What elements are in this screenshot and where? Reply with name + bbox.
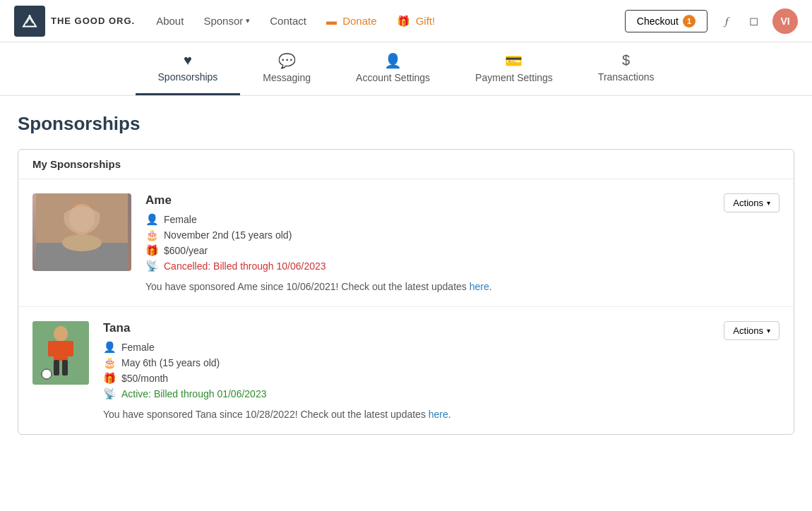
transactions-tab-icon: $	[622, 52, 630, 68]
ame-note: You have sponsored Ame since 10/06/2021!…	[145, 281, 712, 292]
card-header: My Sponsorships	[18, 150, 794, 179]
checkout-button[interactable]: Checkout 1	[625, 10, 707, 32]
nav-about[interactable]: About	[156, 15, 184, 27]
ame-actions-button[interactable]: Actions ▾	[724, 193, 780, 212]
ame-photo	[32, 193, 131, 271]
tana-status-row: 📡 Active: Billed through 01/06/2023	[103, 387, 712, 400]
svg-point-5	[62, 234, 102, 251]
tana-photo	[32, 321, 89, 385]
ame-note-link[interactable]: here	[470, 281, 489, 292]
tana-actions-caret-icon: ▾	[767, 327, 770, 335]
gift-icon: 🎁	[397, 15, 410, 27]
tana-actions-button[interactable]: Actions ▾	[724, 321, 780, 340]
tab-sponsorships[interactable]: ♥ Sponsorships	[136, 42, 241, 95]
svg-rect-8	[54, 341, 68, 361]
tana-actions: Actions ▾	[712, 321, 780, 340]
tana-birthday-row: 🎂 May 6th (15 years old)	[103, 356, 712, 369]
ame-name: Ame	[145, 193, 712, 208]
account-settings-tab-icon: 👤	[384, 52, 402, 69]
ame-amount-row: 🎁 $600/year	[145, 244, 712, 257]
nav-donate[interactable]: ▬ Donate	[326, 15, 377, 27]
ame-status: Cancelled: Billed through 10/06/2023	[164, 260, 326, 272]
ame-status-row: 📡 Cancelled: Billed through 10/06/2023	[145, 260, 712, 272]
tana-note-link[interactable]: here	[429, 409, 448, 420]
sponsor-caret-icon: ▾	[246, 16, 250, 25]
page-title: Sponsorships	[18, 113, 794, 135]
navbar: THE GOOD ORG. About Sponsor ▾ Contact ▬ …	[0, 0, 812, 42]
ame-actions: Actions ▾	[712, 193, 780, 212]
nav-gift[interactable]: 🎁 Gift!	[397, 15, 436, 28]
tana-content: Tana 👤 Female 🎂 May 6th (15 years old) 🎁…	[103, 321, 712, 420]
facebook-icon[interactable]: 𝑓	[719, 13, 734, 29]
nav-links: About Sponsor ▾ Contact ▬ Donate 🎁 Gift!	[156, 15, 625, 28]
tabs-bar: ♥ Sponsorships 💬 Messaging 👤 Account Set…	[0, 42, 812, 96]
svg-point-7	[54, 326, 68, 342]
ame-content: Ame 👤 Female 🎂 November 2nd (15 years ol…	[145, 193, 712, 292]
payment-settings-tab-icon: 💳	[505, 52, 523, 69]
ame-details: 👤 Female 🎂 November 2nd (15 years old) 🎁…	[145, 213, 712, 272]
svg-rect-9	[48, 341, 55, 356]
tana-amount-row: 🎁 $50/month	[103, 372, 712, 385]
nav-sponsor[interactable]: Sponsor ▾	[203, 15, 250, 27]
amount-icon: 🎁	[145, 244, 158, 257]
svg-rect-12	[62, 360, 68, 375]
ame-actions-caret-icon: ▾	[767, 199, 770, 207]
status-icon: 📡	[145, 260, 158, 272]
brand[interactable]: THE GOOD ORG.	[14, 6, 135, 37]
ame-birthday-row: 🎂 November 2nd (15 years old)	[145, 229, 712, 241]
checkout-badge: 1	[683, 15, 695, 28]
tab-messaging[interactable]: 💬 Messaging	[240, 42, 333, 95]
tana-gender-icon: 👤	[103, 341, 116, 354]
nav-contact[interactable]: Contact	[270, 15, 306, 27]
tab-payment-settings[interactable]: 💳 Payment Settings	[453, 42, 575, 95]
svg-point-13	[42, 369, 52, 379]
svg-point-0	[29, 15, 31, 17]
brand-logo-icon	[14, 6, 45, 37]
tab-account-settings[interactable]: 👤 Account Settings	[333, 42, 453, 95]
instagram-icon[interactable]: ◻	[746, 13, 761, 29]
tab-transactions[interactable]: $ Transactions	[575, 42, 677, 95]
sponsorship-item-tana: Tana 👤 Female 🎂 May 6th (15 years old) 🎁…	[18, 307, 794, 434]
tana-status-icon: 📡	[103, 387, 116, 400]
birthday-icon: 🎂	[145, 229, 158, 241]
brand-name: THE GOOD ORG.	[51, 16, 135, 26]
tana-status: Active: Billed through 01/06/2023	[121, 388, 266, 399]
ame-gender-row: 👤 Female	[145, 213, 712, 226]
sponsorships-card: My Sponsorships A	[18, 149, 794, 435]
user-avatar-button[interactable]: VI	[772, 8, 798, 34]
tana-note: You have sponsored Tana since 10/28/2022…	[103, 409, 712, 420]
tana-details: 👤 Female 🎂 May 6th (15 years old) 🎁 $50/…	[103, 341, 712, 400]
main-content: Sponsorships My Sponsorships	[4, 96, 808, 463]
tana-birthday-icon: 🎂	[103, 356, 116, 369]
tana-gender-row: 👤 Female	[103, 341, 712, 354]
messaging-tab-icon: 💬	[278, 52, 296, 69]
svg-rect-10	[66, 341, 73, 356]
tana-amount-icon: 🎁	[103, 372, 116, 385]
sponsorships-tab-icon: ♥	[184, 52, 192, 68]
svg-rect-11	[54, 360, 59, 375]
tana-name: Tana	[103, 321, 712, 335]
nav-right: Checkout 1 𝑓 ◻ VI	[625, 8, 798, 34]
sponsorship-item-ame: Ame 👤 Female 🎂 November 2nd (15 years ol…	[18, 179, 794, 307]
gender-icon: 👤	[145, 213, 158, 226]
donate-icon: ▬	[326, 15, 337, 27]
